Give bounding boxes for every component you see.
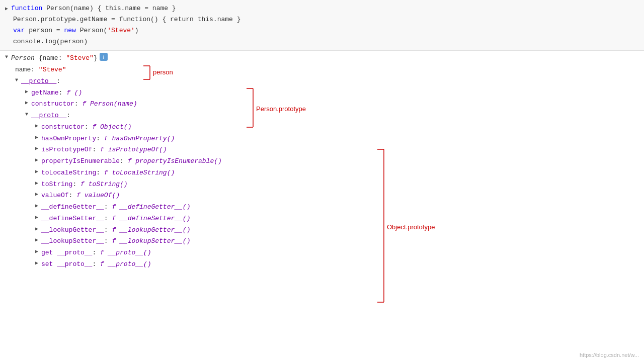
constructor1-val: f Person(name) (82, 99, 137, 110)
output-tolocalestring: ▶ toLocaleString : f toLocaleString() (35, 167, 644, 179)
output-setproto: ▶ set __proto__ : f __proto__() (35, 259, 644, 270)
getproto-prop: get __proto__ (41, 247, 92, 259)
getproto-colon: : (92, 247, 100, 259)
expand-arrow-isprototypeof[interactable]: ▶ (35, 144, 40, 153)
valueof-val: f valueOf() (76, 190, 120, 202)
definegetter-val: f __defineGetter__() (112, 202, 190, 213)
code-line2: Person.prototype.getName = function() { … (13, 14, 240, 25)
definegetter-colon: : (104, 202, 112, 213)
collapse-arrow-person[interactable]: ▼ (5, 53, 10, 62)
expand-arrow-getname[interactable]: ▶ (25, 87, 30, 97)
tolocalestring-prop: toLocaleString (41, 167, 96, 179)
expand-arrow-hasownproperty[interactable]: ▶ (35, 133, 40, 142)
output-constructor2: ▶ constructor : f Object() (35, 122, 644, 133)
collapse-arrow-proto2[interactable]: ▼ (25, 110, 30, 119)
hasownproperty-prop: hasOwnProperty (41, 133, 96, 145)
constructor1-prop: constructor (31, 99, 74, 110)
expand-arrow-definesetter[interactable]: ▶ (35, 213, 40, 222)
output-tostring: ▶ toString : f toString() (35, 179, 644, 191)
output-getproto: ▶ get __proto__ : f __proto__() (35, 247, 644, 259)
lookupgetter-prop: __lookupGetter__ (41, 225, 104, 236)
proto1-label: __proto__ (21, 76, 56, 87)
person-name-val: "Steve" (66, 53, 94, 64)
expand-arrow-1[interactable]: ▶ (5, 5, 10, 13)
valueof-prop: valueOf (41, 190, 69, 202)
definesetter-val: f __defineSetter__() (112, 213, 190, 225)
code-line-3: var person = new Person( 'Steve' ) (5, 25, 644, 36)
output-section: ▼ Person { name : "Steve" } i name : "St… (0, 51, 644, 272)
person-brace-close: } (94, 53, 98, 64)
code-line3-rest: person = (25, 25, 64, 36)
keyword-function: function (11, 3, 42, 14)
output-person-root: ▼ Person { name : "Steve" } i (5, 53, 644, 64)
isprototypeof-val: f isPrototypeOf() (100, 144, 167, 156)
expand-arrow-lookupsetter[interactable]: ▶ (35, 236, 40, 245)
name-prop-val: "Steve" (39, 64, 66, 76)
code-line-4: console.log(person) (5, 36, 644, 47)
expand-arrow-tolocalestring[interactable]: ▶ (35, 167, 40, 176)
output-definegetter: ▶ __defineGetter__ : f __defineGetter__(… (35, 202, 644, 213)
output-name-prop: name : "Steve" (15, 64, 644, 76)
output-proto2: ▼ __proto__ : (25, 110, 644, 122)
proto2-colon: : (66, 110, 70, 122)
output-lookupsetter: ▶ __lookupSetter__ : f __lookupSetter__(… (35, 236, 644, 247)
collapse-arrow-proto1[interactable]: ▼ (15, 76, 20, 85)
expand-arrow-constructor1[interactable]: ▶ (25, 99, 30, 108)
colon1: : (58, 53, 66, 64)
setproto-val: f __proto__() (100, 259, 151, 270)
person-brace-open: { (39, 53, 43, 64)
output-definesetter: ▶ __defineSetter__ : f __defineSetter__(… (35, 213, 644, 225)
tostring-val: f toString() (80, 179, 128, 191)
person-obj-open (35, 53, 39, 64)
name-key: name (42, 53, 58, 64)
expand-arrow-lookupgetter[interactable]: ▶ (35, 225, 40, 234)
output-getname: ▶ getName : f () (25, 87, 644, 99)
code-section: ▶ function Person(name) { this.name = na… (0, 0, 644, 51)
lookupsetter-val: f __lookupSetter__() (112, 236, 190, 247)
person-label: Person (11, 53, 35, 64)
expand-arrow-tostring[interactable]: ▶ (35, 179, 40, 188)
info-icon[interactable]: i (100, 53, 108, 61)
keyword-var: var (13, 25, 25, 36)
definesetter-colon: : (104, 213, 112, 225)
constructor2-prop: constructor (41, 122, 85, 133)
tolocalestring-val: f toLocaleString() (104, 167, 175, 179)
constructor2-colon: : (85, 122, 93, 133)
setproto-colon: : (92, 259, 100, 270)
tostring-colon: : (72, 179, 80, 191)
expand-arrow-definegetter[interactable]: ▶ (35, 202, 40, 211)
getname-colon: : (59, 87, 67, 99)
colon2: : (31, 64, 39, 76)
expand-arrow-getproto[interactable]: ▶ (35, 247, 40, 256)
code-line3-arg: 'Steve' (107, 25, 135, 36)
output-propertyisenumerable: ▶ propertyIsEnumerable : f propertyIsEnu… (35, 156, 644, 167)
tostring-prop: toString (41, 179, 72, 191)
definesetter-prop: __defineSetter__ (41, 213, 104, 225)
code-line1-rest: Person(name) { this.name = name } (42, 3, 176, 14)
code-line-1: ▶ function Person(name) { this.name = na… (5, 3, 644, 14)
hasownproperty-colon: : (96, 133, 104, 145)
expand-arrow-setproto[interactable]: ▶ (35, 259, 40, 268)
output-hasownproperty: ▶ hasOwnProperty : f hasOwnProperty() (35, 133, 644, 145)
getname-prop: getName (31, 87, 59, 99)
expand-arrow-valueof[interactable]: ▶ (35, 190, 40, 199)
code-line3-constructor: Person( (76, 25, 107, 36)
expand-arrow-propertyisenumerable[interactable]: ▶ (35, 156, 40, 165)
code-line3-end: ) (135, 25, 139, 36)
valueof-colon: : (69, 190, 77, 202)
output-valueof: ▶ valueOf : f valueOf() (35, 190, 644, 202)
definegetter-prop: __defineGetter__ (41, 202, 104, 213)
propertyisenumerable-colon: : (120, 156, 128, 167)
lookupgetter-colon: : (104, 225, 112, 236)
propertyisenumerable-val: f propertyIsEnumerable() (128, 156, 222, 167)
code-line4: console.log(person) (13, 36, 88, 47)
constructor2-val: f Object() (92, 122, 131, 133)
code-line-2: Person.prototype.getName = function() { … (5, 14, 644, 25)
propertyisenumerable-prop: propertyIsEnumerable (41, 156, 120, 167)
getproto-val: f __proto__() (100, 247, 151, 259)
expand-arrow-constructor2[interactable]: ▶ (35, 122, 40, 131)
lookupgetter-val: f __lookupGetter__() (112, 225, 190, 236)
hasownproperty-val: f hasOwnProperty() (104, 133, 175, 145)
name-prop-label: name (15, 64, 31, 76)
isprototypeof-colon: : (92, 144, 100, 156)
